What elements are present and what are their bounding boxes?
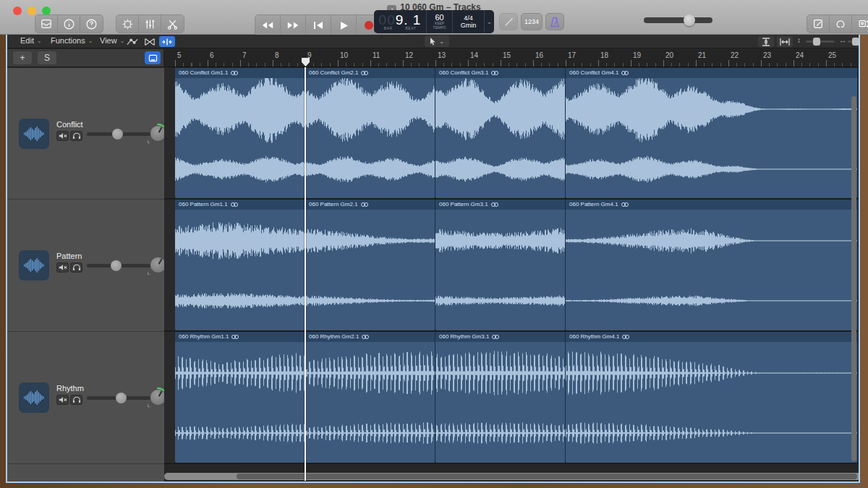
track-lane-conflict[interactable]: 060 Conflict Gm1.1060 Conflict Gm2.1060 … [164,68,860,200]
region-name[interactable]: 060 Rhythm Gm1.1 [175,332,305,342]
chevron-down-icon: ⌄ [37,38,42,44]
region-name[interactable]: 060 Pattern Gm4.1 [566,200,857,210]
mixer-button[interactable] [139,15,161,33]
tool-selector[interactable]: ⌄ [425,35,449,47]
automation-button[interactable] [124,36,140,47]
bar-number: 25 [828,51,836,59]
vertical-scrollbar[interactable] [851,96,856,461]
zoom-horizontal-slider[interactable] [848,40,860,43]
rewind-button[interactable] [255,15,281,35]
region-name[interactable]: 060 Conflict Gm3.1 [435,68,565,78]
audio-region[interactable]: 060 Rhythm Gm1.1 [175,332,305,463]
metronome-button[interactable] [545,13,564,30]
track-lane-pattern[interactable]: 060 Pattern Gm1.1060 Pattern Gm2.1060 Pa… [164,200,860,332]
track-name[interactable]: Conflict [56,120,83,129]
track-volume-slider[interactable] [87,132,150,136]
lcd-chevron-down-icon[interactable]: ⌄ [484,10,494,33]
library-button[interactable] [35,15,58,33]
notepad-button[interactable] [807,15,830,33]
track-display-button[interactable] [145,51,161,64]
region-name[interactable]: 060 Rhythm Gm3.1 [435,332,565,342]
region-name[interactable]: 060 Conflict Gm4.1 [566,68,857,78]
audio-region[interactable]: 060 Pattern Gm1.1 [175,200,305,330]
track-header-column: ConflictLRPatternLRRhythmLR [7,68,164,483]
track-name[interactable]: Pattern [56,252,82,260]
track-header-rhythm[interactable]: RhythmLR [7,332,164,464]
region-name[interactable]: 060 Conflict Gm1.1 [175,68,305,78]
audio-region[interactable]: 060 Conflict Gm4.1 [566,68,858,198]
solo-button[interactable] [70,131,82,141]
mute-button[interactable] [56,395,69,405]
pan-knob[interactable]: LR [150,126,166,141]
add-track-button[interactable]: + [13,51,32,64]
flex-button[interactable] [142,36,158,47]
info-button[interactable] [58,15,80,33]
solo-button[interactable] [70,395,82,405]
lcd-display[interactable]: 009. 1 BARBEAT 60 KEEP TEMPO 4/4 Gmin ⌄ [374,10,494,33]
audio-region[interactable]: 060 Conflict Gm2.1 [305,68,435,198]
region-name[interactable]: 060 Conflict Gm2.1 [305,68,435,78]
audio-region[interactable]: 060 Conflict Gm1.1 [175,68,305,198]
bar-number: 16 [535,51,543,59]
zoom-horizontal-thumb[interactable] [852,38,859,46]
region-name[interactable]: 060 Pattern Gm1.1 [175,200,305,210]
track-waveform-icon[interactable] [19,119,49,149]
media-browser-button[interactable] [852,15,868,33]
audio-region[interactable]: 060 Conflict Gm3.1 [435,68,566,198]
track-volume-thumb[interactable] [111,260,122,271]
help-button[interactable] [80,15,103,33]
track-waveform-icon[interactable] [19,382,49,413]
mute-button[interactable] [56,262,69,273]
editors-button[interactable] [161,15,184,33]
track-volume-slider[interactable] [87,264,150,267]
fade-tool-button[interactable] [499,13,518,30]
track-name[interactable]: Rhythm [56,384,84,393]
region-waveform [435,78,566,198]
audio-region[interactable]: 060 Pattern Gm2.1 [305,200,435,330]
region-name[interactable]: 060 Pattern Gm3.1 [435,200,565,210]
bar-number: 5 [177,51,182,59]
loop-browser-button[interactable] [830,15,852,33]
smart-controls-button[interactable] [116,15,139,33]
horizontal-scrollbar[interactable] [164,473,860,480]
track-header-pattern[interactable]: PatternLR [7,200,164,332]
region-waveform [305,78,435,198]
fit-horizontal-button[interactable] [777,36,793,47]
playhead-line[interactable] [305,67,306,481]
menu-view[interactable]: View⌄ [100,36,124,45]
track-volume-slider[interactable] [87,396,150,400]
track-volume-thumb[interactable] [116,393,127,403]
mute-button[interactable] [56,131,69,141]
pan-knob[interactable]: LR [150,390,166,405]
play-button[interactable] [331,15,357,35]
region-name[interactable]: 060 Pattern Gm2.1 [305,200,435,210]
catch-playhead-button[interactable] [159,36,175,47]
fast-forward-button[interactable] [281,15,306,35]
shuffle-mode-button[interactable]: S [38,51,56,64]
pan-knob[interactable]: LR [150,257,166,273]
master-volume-slider[interactable] [644,17,712,23]
audio-region[interactable]: 060 Pattern Gm4.1 [566,200,858,330]
follow-tempo-icon [621,71,629,75]
menu-edit[interactable]: Edit⌄ [20,36,42,45]
menu-functions[interactable]: Functions⌄ [51,36,93,45]
go-to-beginning-button[interactable] [306,15,331,35]
horizontal-scrollbar-thumb[interactable] [237,474,857,479]
region-name[interactable]: 060 Rhythm Gm2.1 [305,332,435,342]
solo-button[interactable] [70,262,82,273]
auto-zoom-vertical-button[interactable] [758,36,774,47]
track-waveform-icon[interactable] [19,250,49,281]
region-name[interactable]: 060 Rhythm Gm4.1 [566,332,857,342]
audio-region[interactable]: 060 Rhythm Gm4.1 [566,332,858,463]
audio-region[interactable]: 060 Pattern Gm3.1 [435,200,566,330]
bar-ruler[interactable]: 567891011121314151617181920212223242526 [164,49,860,67]
track-volume-thumb[interactable] [112,129,123,140]
zoom-vertical-slider[interactable] [806,40,835,43]
audio-region[interactable]: 060 Rhythm Gm3.1 [435,332,566,463]
zoom-vertical-thumb[interactable] [813,38,820,46]
track-header-conflict[interactable]: ConflictLR [7,68,164,200]
track-lane-rhythm[interactable]: 060 Rhythm Gm1.1060 Rhythm Gm2.1060 Rhyt… [164,332,860,464]
count-in-button[interactable]: 1234 [521,13,542,30]
audio-region[interactable]: 060 Rhythm Gm2.1 [305,332,435,463]
master-volume-thumb[interactable] [684,14,695,26]
